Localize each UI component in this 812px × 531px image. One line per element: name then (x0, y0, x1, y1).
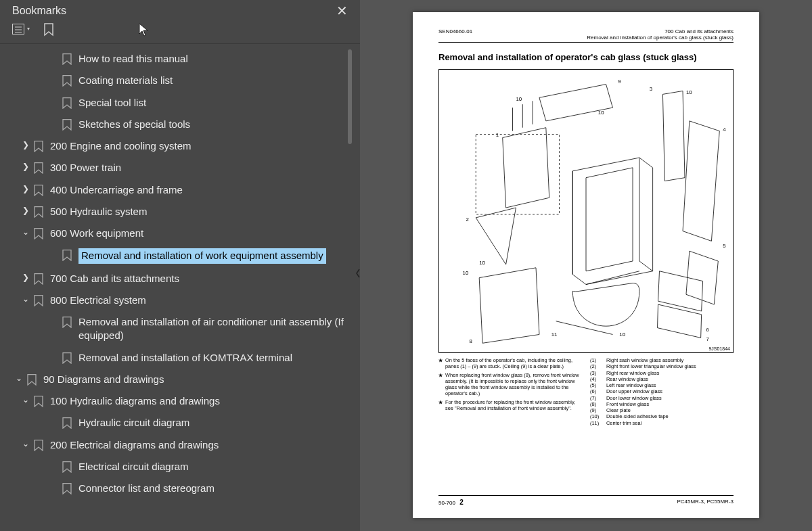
bookmark-icon (34, 273, 43, 285)
bookmark-item[interactable]: ❯500 Hydraulic system (0, 201, 360, 223)
bookmark-item[interactable]: ⌄90 Diagrams and drawings (0, 369, 360, 390)
part-number: (6) (590, 388, 604, 394)
panel-title: Bookmarks (12, 5, 66, 17)
bookmark-icon (34, 228, 43, 239)
part-number: (2) (590, 363, 604, 369)
disclosure-icon[interactable]: ⌄ (20, 294, 31, 304)
disclosure-icon[interactable]: ❯ (20, 161, 31, 172)
part-name: Right front lower triangular window glas… (606, 363, 696, 369)
part-name: Right rear window glass (606, 370, 659, 376)
bookmark-label: Coating materials list (78, 74, 173, 87)
part-number: (7) (590, 395, 604, 401)
part-number: (1) (590, 357, 604, 363)
disclosure-icon[interactable]: ⌄ (20, 438, 31, 449)
bookmark-icon (62, 417, 72, 429)
svg-text:11: 11 (551, 331, 558, 338)
bookmark-label: 300 Power train (50, 161, 121, 175)
note-text: On the 5 faces of the operator's cab, in… (445, 357, 582, 370)
svg-text:7: 7 (706, 336, 709, 342)
bookmark-item[interactable]: ❯300 Power train (0, 157, 360, 179)
bookmark-ribbon-icon[interactable] (43, 23, 54, 37)
disclosure-icon[interactable]: ❯ (20, 272, 31, 283)
collapse-handle[interactable] (355, 265, 361, 281)
scrollbar[interactable] (348, 49, 352, 144)
bookmark-icon (62, 97, 72, 109)
figure-code: 9JS01844 (708, 346, 730, 351)
svg-text:4: 4 (723, 126, 726, 133)
bookmark-icon (62, 250, 72, 261)
part-name: Center trim seal (606, 420, 641, 426)
bookmark-label: Hydraulic circuit diagram (78, 416, 189, 430)
bookmark-label: Removal and installation of KOMTRAX term… (78, 351, 292, 365)
bookmark-item[interactable]: How to read this manual (0, 48, 360, 70)
bookmark-icon (34, 295, 43, 306)
bookmark-item[interactable]: Removal and installation of KOMTRAX term… (0, 347, 360, 369)
options-icon[interactable] (12, 24, 31, 36)
page-number: 2 (459, 499, 464, 506)
part-name: Door lower window glass (606, 395, 662, 401)
svg-text:8: 8 (469, 338, 472, 344)
bookmark-icon (34, 141, 43, 152)
bookmark-label: 90 Diagrams and drawings (43, 373, 164, 386)
bookmark-item[interactable]: ❯400 Undercarriage and frame (0, 179, 360, 201)
footer-model: PC45MR-3, PC55MR-3 (677, 499, 734, 506)
svg-text:10: 10 (516, 96, 522, 102)
svg-text:2: 2 (466, 216, 468, 223)
bookmark-icon (62, 352, 72, 364)
disclosure-icon[interactable]: ⌄ (14, 373, 24, 384)
note-text: When replacing front window glass (8), r… (445, 372, 582, 397)
svg-text:6: 6 (706, 327, 710, 333)
bookmark-label: Electrical circuit diagram (78, 460, 189, 474)
bookmark-icon (34, 162, 43, 174)
bookmark-item[interactable]: ❯200 Engine and cooling system (0, 135, 360, 157)
disclosure-icon[interactable]: ❯ (20, 139, 31, 150)
svg-text:3: 3 (650, 86, 653, 92)
cursor-icon (139, 23, 150, 41)
disclosure-icon[interactable]: ❯ (20, 205, 31, 216)
part-name: Clear plate (606, 407, 631, 413)
bookmark-item[interactable]: Connector list and stereogram (0, 478, 360, 499)
bookmark-label: Sketches of special tools (78, 118, 190, 131)
bookmark-item[interactable]: Special tool list (0, 92, 360, 114)
bookmark-icon (34, 185, 43, 196)
bookmark-item[interactable]: ⌄200 Electrical diagrams and drawings (0, 434, 360, 456)
disclosure-icon[interactable]: ❯ (20, 183, 31, 194)
bookmark-label: Removal and installation of work equipme… (78, 248, 326, 263)
parts-list: (1)Right sash window glass assembly(2)Ri… (590, 357, 734, 426)
bookmark-item[interactable]: Hydraulic circuit diagram (0, 412, 360, 434)
bookmark-icon (34, 206, 43, 218)
bookmark-icon (62, 119, 72, 131)
part-number: (8) (590, 401, 604, 407)
bookmark-item[interactable]: ⌄100 Hydraulic diagrams and drawings (0, 390, 360, 412)
bookmark-item[interactable]: Electrical circuit diagram (0, 456, 360, 478)
bookmark-label: 200 Engine and cooling system (50, 139, 191, 153)
note-text: For the procedure for replacing the fron… (445, 399, 582, 412)
bookmark-icon (62, 483, 72, 494)
part-name: Left rear window glass (606, 382, 656, 388)
bookmark-label: How to read this manual (78, 52, 188, 66)
bookmark-item[interactable]: Coating materials list (0, 70, 360, 91)
bookmark-item[interactable]: ❯700 Cab and its attachments (0, 268, 360, 290)
svg-text:5: 5 (723, 243, 726, 249)
close-panel-button[interactable]: ✕ (336, 3, 348, 19)
svg-text:9: 9 (618, 78, 621, 85)
bookmark-item[interactable]: Sketches of special tools (0, 114, 360, 135)
disclosure-icon[interactable]: ⌄ (20, 394, 31, 405)
bookmark-icon (62, 53, 72, 65)
bookmark-item[interactable]: ⌄600 Work equipment (0, 223, 360, 244)
bookmark-label: 800 Electrical system (50, 294, 146, 307)
part-name: Front window glass (606, 401, 649, 407)
part-number: (10) (590, 413, 604, 419)
part-name: Right sash window glass assembly (606, 357, 683, 363)
bookmark-label: 100 Hydraulic diagrams and drawings (50, 394, 220, 408)
disclosure-icon[interactable]: ⌄ (20, 227, 31, 237)
document-page: SEN04660-01 700 Cab and its attachments … (413, 12, 759, 518)
svg-text:10: 10 (463, 270, 469, 276)
document-viewport[interactable]: SEN04660-01 700 Cab and its attachments … (360, 0, 812, 531)
svg-text:10: 10 (619, 331, 625, 338)
bookmark-item[interactable]: ⌄800 Electrical system (0, 290, 360, 311)
bookmark-item[interactable]: Removal and installation of work equipme… (0, 244, 360, 267)
bookmark-item[interactable]: Removal and installation of air conditio… (0, 311, 360, 347)
svg-text:1: 1 (496, 132, 499, 138)
part-number: (5) (590, 382, 604, 388)
